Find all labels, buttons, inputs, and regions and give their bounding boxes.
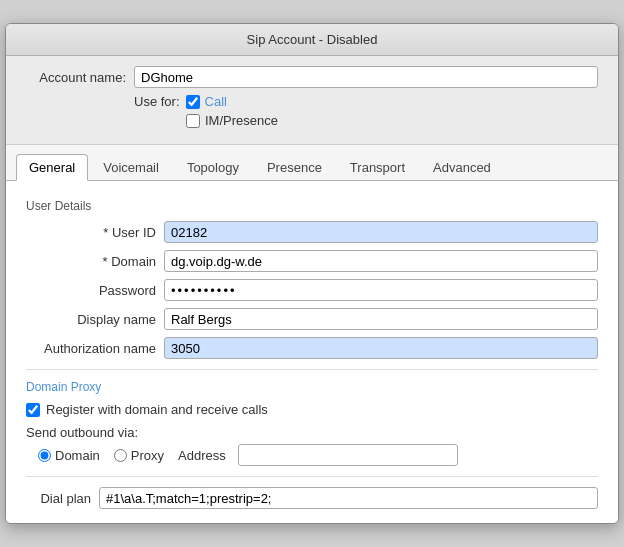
- section-divider: [26, 369, 598, 370]
- call-label: Call: [205, 94, 227, 109]
- domain-proxy-section-label: Domain Proxy: [26, 380, 598, 394]
- send-outbound-label: Send outbound via:: [26, 425, 138, 440]
- domain-input[interactable]: [164, 250, 598, 272]
- password-label: Password: [26, 283, 156, 298]
- tab-general-label: General: [29, 160, 75, 175]
- dial-divider: [26, 476, 598, 477]
- domain-label: * Domain: [26, 254, 156, 269]
- dial-plan-label: Dial plan: [26, 491, 91, 506]
- address-label: Address: [178, 448, 226, 463]
- use-for-label: Use for:: [134, 94, 180, 109]
- proxy-radio-label: Proxy: [131, 448, 164, 463]
- proxy-radio-option: Proxy: [114, 448, 164, 463]
- user-id-input[interactable]: [164, 221, 598, 243]
- auth-name-row: Authorization name: [26, 337, 598, 359]
- sip-account-window: Sip Account - Disabled Account name: Use…: [5, 23, 619, 524]
- radio-row: Domain Proxy Address: [38, 444, 598, 466]
- domain-row: * Domain: [26, 250, 598, 272]
- register-checkbox[interactable]: [26, 403, 40, 417]
- tab-presence-label: Presence: [267, 160, 322, 175]
- display-name-label: Display name: [26, 312, 156, 327]
- tab-topology-label: Topology: [187, 160, 239, 175]
- address-input[interactable]: [238, 444, 458, 466]
- send-outbound-row: Send outbound via:: [26, 425, 598, 440]
- register-row: Register with domain and receive calls: [26, 402, 598, 417]
- account-section: Account name: Use for: Call IM/Presence: [6, 56, 618, 145]
- im-presence-label: IM/Presence: [205, 113, 278, 128]
- account-name-label: Account name:: [26, 70, 126, 85]
- user-id-row: * User ID: [26, 221, 598, 243]
- tab-general[interactable]: General: [16, 154, 88, 181]
- display-name-input[interactable]: [164, 308, 598, 330]
- use-for-section: Use for: Call IM/Presence: [134, 94, 598, 128]
- account-name-input[interactable]: [134, 66, 598, 88]
- tab-advanced-label: Advanced: [433, 160, 491, 175]
- dial-plan-row: Dial plan: [26, 487, 598, 509]
- domain-radio-option: Domain: [38, 448, 100, 463]
- user-id-label: * User ID: [26, 225, 156, 240]
- tab-voicemail[interactable]: Voicemail: [90, 154, 172, 181]
- tab-voicemail-label: Voicemail: [103, 160, 159, 175]
- main-content: User Details * User ID * Domain Password…: [6, 181, 618, 523]
- dial-plan-input[interactable]: [99, 487, 598, 509]
- tabs-bar: General Voicemail Topology Presence Tran…: [6, 145, 618, 181]
- tab-transport-label: Transport: [350, 160, 405, 175]
- im-presence-checkbox[interactable]: [186, 114, 200, 128]
- window-title: Sip Account - Disabled: [247, 32, 378, 47]
- use-for-label-row: Use for: Call: [134, 94, 598, 109]
- auth-name-input[interactable]: [164, 337, 598, 359]
- domain-radio-label: Domain: [55, 448, 100, 463]
- account-name-row: Account name:: [26, 66, 598, 88]
- title-bar: Sip Account - Disabled: [6, 24, 618, 56]
- im-presence-row: IM/Presence: [186, 113, 598, 128]
- register-label: Register with domain and receive calls: [46, 402, 268, 417]
- call-checkbox[interactable]: [186, 95, 200, 109]
- proxy-radio[interactable]: [114, 449, 127, 462]
- tab-topology[interactable]: Topology: [174, 154, 252, 181]
- display-name-row: Display name: [26, 308, 598, 330]
- auth-name-label: Authorization name: [26, 341, 156, 356]
- domain-radio[interactable]: [38, 449, 51, 462]
- password-row: Password: [26, 279, 598, 301]
- password-input[interactable]: [164, 279, 598, 301]
- tab-presence[interactable]: Presence: [254, 154, 335, 181]
- user-details-section-label: User Details: [26, 199, 598, 213]
- tab-transport[interactable]: Transport: [337, 154, 418, 181]
- tab-advanced[interactable]: Advanced: [420, 154, 504, 181]
